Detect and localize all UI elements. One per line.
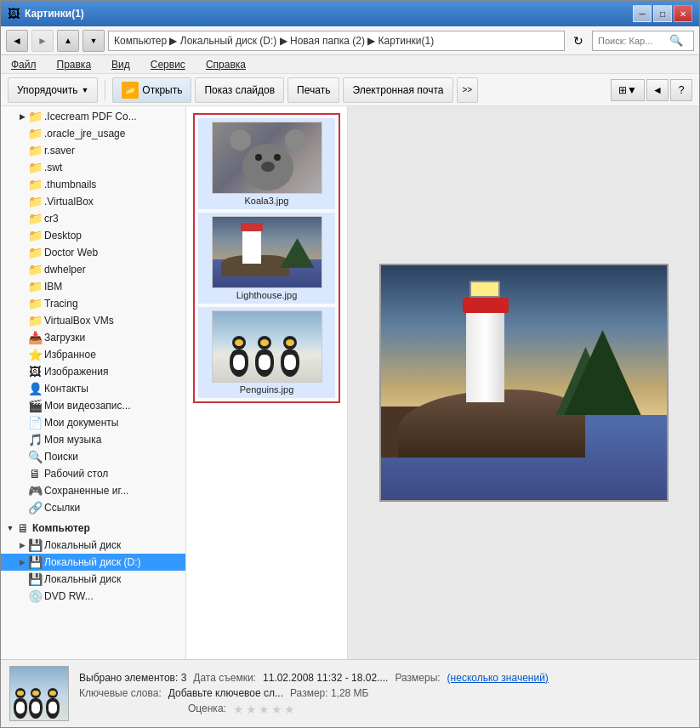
sidebar-item-favorites[interactable]: ⭐ Избранное xyxy=(1,346,185,363)
status-thumbnail xyxy=(9,666,69,721)
penguin-head xyxy=(258,336,271,350)
sidebar-item-desktop2[interactable]: 🖥 Рабочий стол xyxy=(1,465,185,482)
organize-button[interactable]: Упорядочить ▼ xyxy=(8,77,98,103)
sidebar-item-doctorweb[interactable]: 📁 Doctor Web xyxy=(1,244,185,261)
file-list: Koala3.jpg xyxy=(186,106,348,659)
star-rating[interactable]: ★ ★ ★ ★ ★ xyxy=(233,702,295,716)
sidebar-item-ibm[interactable]: 📁 IBM xyxy=(1,278,185,295)
sidebar-item-virtualbox[interactable]: 📁 .VirtualBox xyxy=(1,193,185,210)
more-button[interactable]: >> xyxy=(457,77,479,103)
sidebar-item-desktop[interactable]: 📁 Desktop xyxy=(1,227,185,244)
file-area: Koala3.jpg xyxy=(186,106,699,659)
koala-eye-right xyxy=(274,154,281,161)
star-1[interactable]: ★ xyxy=(233,702,244,716)
sidebar-item-label: Локальный диск xyxy=(44,573,121,585)
sidebar-item-dvd[interactable]: 💿 DVD RW... xyxy=(1,588,185,605)
sidebar-item-search[interactable]: 🔍 Поиски xyxy=(1,448,185,465)
folder-icon: 📁 xyxy=(28,178,42,191)
up-button[interactable]: ▲ xyxy=(57,30,79,52)
search-icon[interactable]: 🔍 xyxy=(669,34,683,47)
toolbar: Упорядочить ▼ 📂 Открыть Показ слайдов Пе… xyxy=(1,74,699,106)
open-button[interactable]: 📂 Открыть xyxy=(112,77,191,103)
folder-special-icon: ⭐ xyxy=(28,348,42,361)
sidebar-item-drive-d[interactable]: ▶ 💾 Локальный диск (D:) xyxy=(1,554,185,571)
back-button[interactable]: ◄ xyxy=(6,30,28,52)
star-5[interactable]: ★ xyxy=(284,702,295,716)
menu-view[interactable]: Вид xyxy=(108,57,134,72)
address-path[interactable]: Компьютер ▶ Локальный диск (D:) ▶ Новая … xyxy=(108,31,565,51)
expand-arrow xyxy=(16,468,28,480)
slideshow-button[interactable]: Показ слайдов xyxy=(195,77,284,103)
drive-icon: 💾 xyxy=(28,538,42,552)
sidebar-item-virtualboxvms[interactable]: 📁 VirtualBox VMs xyxy=(1,312,185,329)
search-input[interactable] xyxy=(598,36,666,46)
close-button[interactable]: ✕ xyxy=(674,5,692,22)
sidebar-item-label: .swt xyxy=(44,162,62,173)
size-label: Размеры: xyxy=(395,672,440,684)
sidebar-item-zagruzki[interactable]: 📥 Загрузки xyxy=(1,329,185,346)
menu-service[interactable]: Сервис xyxy=(147,57,189,72)
print-button[interactable]: Печать xyxy=(287,77,339,103)
sidebar-item-images[interactable]: 🖼 Изображения xyxy=(1,363,185,380)
sidebar-item-swt[interactable]: 📁 .swt xyxy=(1,159,185,176)
minimize-button[interactable]: ─ xyxy=(633,5,652,22)
expand-arrow xyxy=(16,349,28,361)
penguin-face xyxy=(260,339,269,346)
menu-edit[interactable]: Правка xyxy=(54,57,95,72)
folder-special-icon: 🔗 xyxy=(28,501,42,515)
status-penguin-1 xyxy=(14,688,27,719)
koala-thumbnail xyxy=(212,122,322,194)
sidebar-item-computer[interactable]: ▼ 🖥 Компьютер xyxy=(1,520,185,537)
file-item-lighthouse[interactable]: Lighthouse.jpg xyxy=(198,213,335,304)
dropdown-button[interactable]: ▼ xyxy=(83,30,105,52)
forward-button[interactable]: ► xyxy=(31,30,54,52)
sidebar-item-oracle[interactable]: 📁 .oracle_jre_usage xyxy=(1,125,185,142)
refresh-button[interactable]: ↻ xyxy=(568,31,589,51)
view-dropdown-button[interactable]: ⊞▼ xyxy=(611,79,645,101)
folder-icon: 📁 xyxy=(28,314,42,327)
sidebar-item-links[interactable]: 🔗 Ссылки xyxy=(1,499,185,516)
sidebar-item-label: DVD RW... xyxy=(44,590,94,602)
rating-label: Оценка: xyxy=(188,702,226,716)
star-3[interactable]: ★ xyxy=(259,702,270,716)
file-item-koala[interactable]: Koala3.jpg xyxy=(198,118,335,209)
expand-arrow xyxy=(16,264,28,276)
status-penguin-image xyxy=(10,667,69,721)
sidebar-item-rsaver[interactable]: 📁 r.saver xyxy=(1,142,185,159)
sidebar-item-icecream[interactable]: ▶ 📁 .Icecream PDF Co... xyxy=(1,108,185,125)
size-value[interactable]: (несколько значений) xyxy=(447,672,549,684)
menu-help[interactable]: Справка xyxy=(202,57,249,72)
folder-special-icon: 📄 xyxy=(28,416,42,429)
expand-arrow: ▶ xyxy=(16,556,28,568)
sidebar-item-label: Doctor Web xyxy=(44,247,98,259)
expand-arrow xyxy=(16,179,28,191)
sidebar-item-tracing[interactable]: 📁 Tracing xyxy=(1,295,185,312)
star-4[interactable]: ★ xyxy=(271,702,282,716)
sidebar-item-drive-c[interactable]: ▶ 💾 Локальный диск xyxy=(1,537,185,554)
help-view-button[interactable]: ? xyxy=(670,79,692,101)
menu-file[interactable]: Файл xyxy=(8,57,40,72)
folder-icon: 📁 xyxy=(28,195,42,208)
sidebar-item-docs[interactable]: 📄 Мои документы xyxy=(1,414,185,431)
file-item-penguins[interactable]: Penguins.jpg xyxy=(198,307,335,398)
sidebar-item-videos[interactable]: 🎬 Мои видеозапис... xyxy=(1,397,185,414)
more-label: >> xyxy=(463,85,473,94)
email-button[interactable]: Электронная почта xyxy=(343,77,452,103)
expand-arrow xyxy=(16,332,28,344)
sidebar-item-contacts[interactable]: 👤 Контакты xyxy=(1,380,185,397)
sidebar-item-thumbnails[interactable]: 📁 .thumbnails xyxy=(1,176,185,193)
sidebar-item-music[interactable]: 🎵 Моя музыка xyxy=(1,431,185,448)
star-2[interactable]: ★ xyxy=(246,702,257,716)
sidebar-item-cr3[interactable]: 📁 cr3 xyxy=(1,210,185,227)
sidebar-item-savedgames[interactable]: 🎮 Сохраненные иг... xyxy=(1,482,185,499)
maximize-button[interactable]: □ xyxy=(653,5,672,22)
prev-view-button[interactable]: ◄ xyxy=(646,79,669,101)
sidebar-item-label: Загрузки xyxy=(44,332,85,344)
sidebar-item-label: .oracle_jre_usage xyxy=(44,128,125,139)
lighthouse-thumbnail xyxy=(212,216,322,288)
sidebar-item-label: Ссылки xyxy=(44,502,80,514)
folder-special-icon: 🎬 xyxy=(28,399,42,412)
penguin-body xyxy=(230,350,248,377)
sidebar-item-dwhelper[interactable]: 📁 dwhelper xyxy=(1,261,185,278)
sidebar-item-drive-e[interactable]: 💾 Локальный диск xyxy=(1,571,185,588)
